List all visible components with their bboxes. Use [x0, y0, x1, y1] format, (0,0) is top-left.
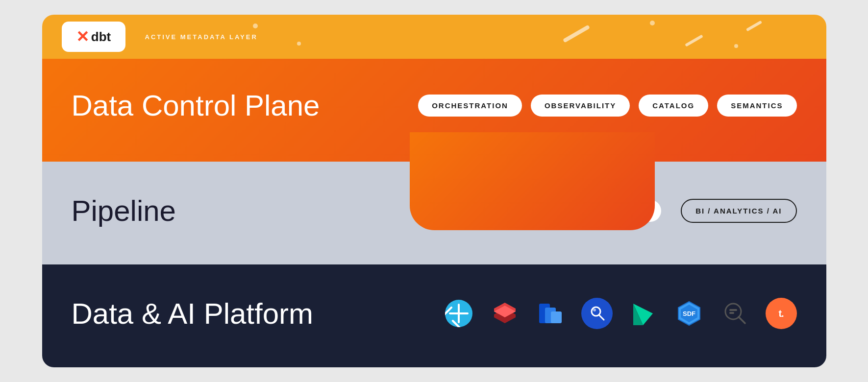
orange-blob [410, 132, 655, 230]
svg-line-19 [739, 317, 745, 323]
icon-recce[interactable] [719, 298, 751, 329]
icon-atlan[interactable] [581, 298, 613, 329]
dbt-wordmark: dbt [91, 29, 111, 45]
pill-orchestration[interactable]: ORCHESTRATION [418, 95, 522, 117]
icon-snowflake[interactable] [443, 298, 474, 329]
svg-point-11 [583, 300, 611, 327]
control-plane-pills: ORCHESTRATION OBSERVABILITY CATALOG SEMA… [418, 95, 796, 117]
icon-azure[interactable] [535, 298, 567, 329]
icon-tobiko[interactable]: t. [766, 298, 797, 329]
platform-section: Data & AI Platform [42, 260, 826, 367]
top-strip: ✕ dbt ACTIVE METADATA LAYER [42, 15, 826, 59]
icon-prefect[interactable] [627, 298, 659, 329]
deco-streak-2 [685, 34, 703, 47]
pill-catalog[interactable]: CATALOG [639, 95, 708, 117]
icon-databricks[interactable] [489, 298, 521, 329]
platform-title: Data & AI Platform [72, 297, 314, 331]
pill-semantics[interactable]: SEMANTICS [717, 95, 796, 117]
pill-observability[interactable]: OBSERVABILITY [531, 95, 630, 117]
deco-streak-1 [563, 25, 590, 43]
deco-dot-2 [297, 42, 301, 46]
deco-dot-3 [650, 21, 655, 25]
diagram-wrapper: ✕ dbt ACTIVE METADATA LAYER Data Control… [42, 15, 826, 367]
svg-rect-21 [729, 312, 734, 314]
svg-rect-2 [449, 312, 469, 314]
deco-dot-4 [734, 44, 738, 48]
svg-rect-20 [729, 309, 737, 311]
svg-point-14 [593, 309, 596, 311]
icon-sdf[interactable]: SDF [673, 298, 705, 329]
dbt-x-icon: ✕ [76, 27, 89, 46]
pill-bi-analytics-ai[interactable]: BI / ANALYTICS / AI [681, 199, 796, 223]
platform-icons: SDF t. [443, 298, 797, 329]
deco-dot-1 [253, 24, 258, 28]
control-plane-section: Data Control Plane ORCHESTRATION OBSERVA… [42, 49, 826, 162]
deco-streak-3 [745, 21, 762, 32]
platform-content: Data & AI Platform [42, 260, 826, 367]
svg-rect-10 [551, 311, 562, 323]
svg-text:SDF: SDF [683, 310, 695, 317]
tobiko-label: t. [778, 308, 783, 319]
dbt-logo: ✕ dbt [76, 27, 111, 46]
pipeline-title: Pipeline [72, 194, 176, 228]
dbt-logo-box: ✕ dbt [62, 22, 125, 52]
metadata-label: ACTIVE METADATA LAYER [145, 33, 258, 41]
control-plane-title: Data Control Plane [72, 89, 320, 122]
